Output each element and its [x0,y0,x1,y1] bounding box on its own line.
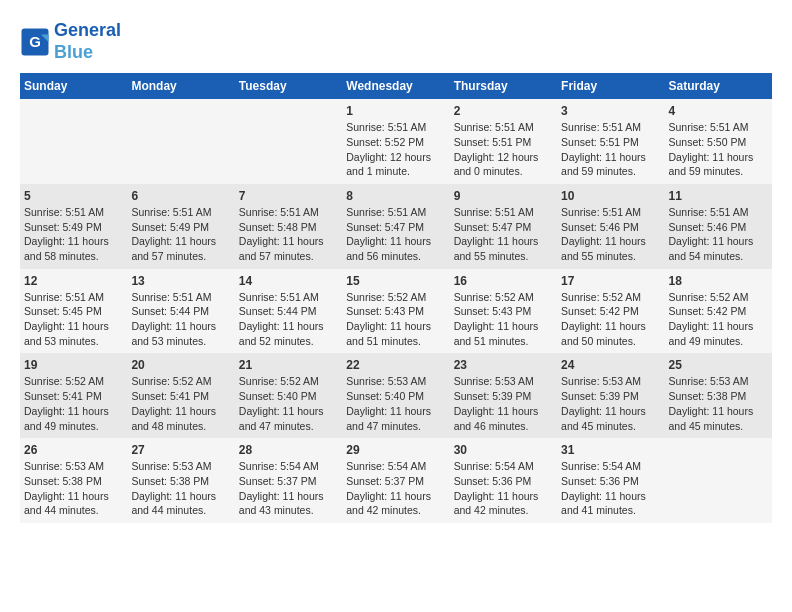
day-number: 27 [131,443,230,457]
calendar-cell: 7Sunrise: 5:51 AMSunset: 5:48 PMDaylight… [235,184,342,269]
day-info: Sunrise: 5:51 AMSunset: 5:51 PMDaylight:… [561,120,660,179]
calendar-header: SundayMondayTuesdayWednesdayThursdayFrid… [20,73,772,99]
day-info: Sunrise: 5:51 AMSunset: 5:50 PMDaylight:… [669,120,768,179]
day-number: 11 [669,189,768,203]
day-number: 23 [454,358,553,372]
calendar-week-row: 1Sunrise: 5:51 AMSunset: 5:52 PMDaylight… [20,99,772,184]
calendar-cell: 22Sunrise: 5:53 AMSunset: 5:40 PMDayligh… [342,353,449,438]
day-info: Sunrise: 5:53 AMSunset: 5:38 PMDaylight:… [131,459,230,518]
calendar-cell: 16Sunrise: 5:52 AMSunset: 5:43 PMDayligh… [450,269,557,354]
calendar-cell: 13Sunrise: 5:51 AMSunset: 5:44 PMDayligh… [127,269,234,354]
calendar-cell: 21Sunrise: 5:52 AMSunset: 5:40 PMDayligh… [235,353,342,438]
day-info: Sunrise: 5:51 AMSunset: 5:44 PMDaylight:… [131,290,230,349]
calendar-cell: 31Sunrise: 5:54 AMSunset: 5:36 PMDayligh… [557,438,664,523]
calendar-body: 1Sunrise: 5:51 AMSunset: 5:52 PMDaylight… [20,99,772,523]
calendar-cell: 11Sunrise: 5:51 AMSunset: 5:46 PMDayligh… [665,184,772,269]
day-info: Sunrise: 5:54 AMSunset: 5:36 PMDaylight:… [454,459,553,518]
svg-text:G: G [29,32,41,49]
day-number: 17 [561,274,660,288]
day-number: 19 [24,358,123,372]
day-number: 1 [346,104,445,118]
calendar-table: SundayMondayTuesdayWednesdayThursdayFrid… [20,73,772,523]
day-info: Sunrise: 5:53 AMSunset: 5:38 PMDaylight:… [24,459,123,518]
weekday-header-row: SundayMondayTuesdayWednesdayThursdayFrid… [20,73,772,99]
day-number: 13 [131,274,230,288]
calendar-cell: 25Sunrise: 5:53 AMSunset: 5:38 PMDayligh… [665,353,772,438]
day-info: Sunrise: 5:52 AMSunset: 5:41 PMDaylight:… [24,374,123,433]
day-info: Sunrise: 5:51 AMSunset: 5:46 PMDaylight:… [669,205,768,264]
day-info: Sunrise: 5:52 AMSunset: 5:43 PMDaylight:… [346,290,445,349]
day-info: Sunrise: 5:53 AMSunset: 5:38 PMDaylight:… [669,374,768,433]
calendar-cell: 4Sunrise: 5:51 AMSunset: 5:50 PMDaylight… [665,99,772,184]
calendar-cell: 28Sunrise: 5:54 AMSunset: 5:37 PMDayligh… [235,438,342,523]
calendar-cell: 1Sunrise: 5:51 AMSunset: 5:52 PMDaylight… [342,99,449,184]
calendar-cell: 30Sunrise: 5:54 AMSunset: 5:36 PMDayligh… [450,438,557,523]
day-info: Sunrise: 5:52 AMSunset: 5:42 PMDaylight:… [669,290,768,349]
day-info: Sunrise: 5:54 AMSunset: 5:36 PMDaylight:… [561,459,660,518]
calendar-cell: 14Sunrise: 5:51 AMSunset: 5:44 PMDayligh… [235,269,342,354]
day-info: Sunrise: 5:52 AMSunset: 5:41 PMDaylight:… [131,374,230,433]
day-number: 10 [561,189,660,203]
day-number: 6 [131,189,230,203]
day-number: 12 [24,274,123,288]
day-info: Sunrise: 5:51 AMSunset: 5:52 PMDaylight:… [346,120,445,179]
day-info: Sunrise: 5:51 AMSunset: 5:48 PMDaylight:… [239,205,338,264]
day-number: 25 [669,358,768,372]
day-number: 20 [131,358,230,372]
day-number: 28 [239,443,338,457]
day-number: 8 [346,189,445,203]
calendar-cell: 10Sunrise: 5:51 AMSunset: 5:46 PMDayligh… [557,184,664,269]
calendar-cell [127,99,234,184]
day-info: Sunrise: 5:51 AMSunset: 5:44 PMDaylight:… [239,290,338,349]
day-number: 15 [346,274,445,288]
calendar-cell: 29Sunrise: 5:54 AMSunset: 5:37 PMDayligh… [342,438,449,523]
calendar-cell: 6Sunrise: 5:51 AMSunset: 5:49 PMDaylight… [127,184,234,269]
calendar-cell: 9Sunrise: 5:51 AMSunset: 5:47 PMDaylight… [450,184,557,269]
day-info: Sunrise: 5:54 AMSunset: 5:37 PMDaylight:… [346,459,445,518]
calendar-cell: 2Sunrise: 5:51 AMSunset: 5:51 PMDaylight… [450,99,557,184]
day-number: 7 [239,189,338,203]
day-info: Sunrise: 5:53 AMSunset: 5:39 PMDaylight:… [561,374,660,433]
day-number: 16 [454,274,553,288]
day-info: Sunrise: 5:51 AMSunset: 5:49 PMDaylight:… [131,205,230,264]
calendar-cell [20,99,127,184]
day-info: Sunrise: 5:51 AMSunset: 5:49 PMDaylight:… [24,205,123,264]
weekday-header-saturday: Saturday [665,73,772,99]
day-number: 2 [454,104,553,118]
day-info: Sunrise: 5:52 AMSunset: 5:43 PMDaylight:… [454,290,553,349]
calendar-cell: 3Sunrise: 5:51 AMSunset: 5:51 PMDaylight… [557,99,664,184]
calendar-cell: 23Sunrise: 5:53 AMSunset: 5:39 PMDayligh… [450,353,557,438]
day-number: 29 [346,443,445,457]
day-info: Sunrise: 5:54 AMSunset: 5:37 PMDaylight:… [239,459,338,518]
weekday-header-friday: Friday [557,73,664,99]
day-number: 24 [561,358,660,372]
weekday-header-tuesday: Tuesday [235,73,342,99]
calendar-cell [665,438,772,523]
calendar-cell: 12Sunrise: 5:51 AMSunset: 5:45 PMDayligh… [20,269,127,354]
day-number: 5 [24,189,123,203]
calendar-cell: 15Sunrise: 5:52 AMSunset: 5:43 PMDayligh… [342,269,449,354]
day-number: 4 [669,104,768,118]
weekday-header-thursday: Thursday [450,73,557,99]
day-info: Sunrise: 5:51 AMSunset: 5:45 PMDaylight:… [24,290,123,349]
day-number: 26 [24,443,123,457]
calendar-cell [235,99,342,184]
weekday-header-wednesday: Wednesday [342,73,449,99]
day-number: 18 [669,274,768,288]
calendar-cell: 20Sunrise: 5:52 AMSunset: 5:41 PMDayligh… [127,353,234,438]
page-header: G General Blue [20,20,772,63]
weekday-header-sunday: Sunday [20,73,127,99]
day-info: Sunrise: 5:52 AMSunset: 5:40 PMDaylight:… [239,374,338,433]
weekday-header-monday: Monday [127,73,234,99]
calendar-week-row: 5Sunrise: 5:51 AMSunset: 5:49 PMDaylight… [20,184,772,269]
day-info: Sunrise: 5:51 AMSunset: 5:51 PMDaylight:… [454,120,553,179]
day-number: 22 [346,358,445,372]
calendar-cell: 27Sunrise: 5:53 AMSunset: 5:38 PMDayligh… [127,438,234,523]
day-info: Sunrise: 5:51 AMSunset: 5:47 PMDaylight:… [346,205,445,264]
day-info: Sunrise: 5:53 AMSunset: 5:39 PMDaylight:… [454,374,553,433]
day-info: Sunrise: 5:51 AMSunset: 5:47 PMDaylight:… [454,205,553,264]
calendar-cell: 17Sunrise: 5:52 AMSunset: 5:42 PMDayligh… [557,269,664,354]
calendar-cell: 5Sunrise: 5:51 AMSunset: 5:49 PMDaylight… [20,184,127,269]
day-number: 3 [561,104,660,118]
logo-name: General Blue [54,20,121,63]
